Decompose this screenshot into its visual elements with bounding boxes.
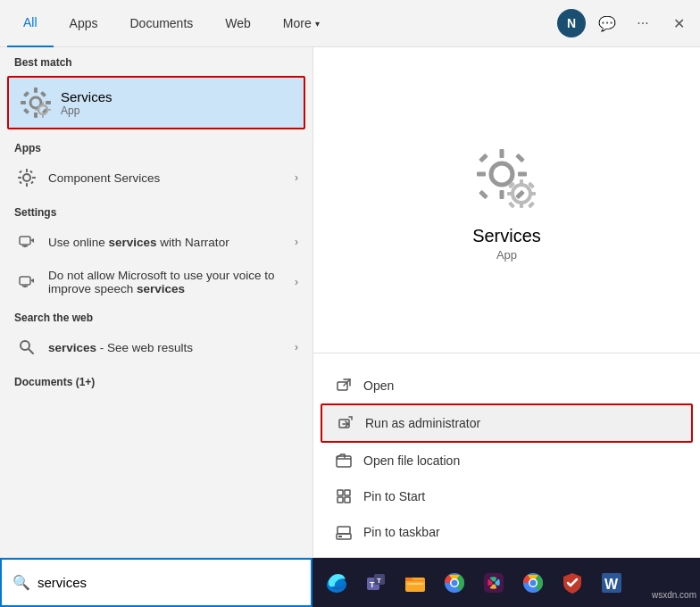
svg-rect-10 bbox=[42, 102, 44, 105]
feedback-button[interactable]: 💬 bbox=[593, 9, 621, 37]
svg-rect-48 bbox=[528, 202, 535, 209]
open-label: Open bbox=[363, 378, 394, 393]
svg-rect-11 bbox=[42, 114, 44, 118]
list-item-component-services[interactable]: Component Services › bbox=[0, 158, 312, 197]
svg-rect-62 bbox=[338, 527, 350, 534]
open-icon bbox=[335, 377, 353, 395]
taskbar-antivirus[interactable] bbox=[555, 566, 589, 600]
svg-rect-1 bbox=[34, 87, 38, 93]
action-run-as-admin[interactable]: Run as administrator bbox=[321, 403, 693, 443]
section-label-apps: Apps bbox=[0, 133, 312, 158]
list-item-narrator-services[interactable]: Use online services with Narrator › bbox=[0, 222, 312, 262]
tab-web[interactable]: Web bbox=[209, 0, 267, 47]
list-item-voice-services[interactable]: Do not allow Microsoft to use your voice… bbox=[0, 262, 312, 303]
list-item-web-search[interactable]: services - See web results › bbox=[0, 328, 312, 367]
taskbar-slack[interactable] bbox=[477, 566, 511, 600]
svg-rect-4 bbox=[46, 101, 51, 104]
svg-text:T: T bbox=[370, 580, 375, 589]
svg-rect-74 bbox=[484, 573, 504, 593]
svg-text:T: T bbox=[377, 577, 381, 585]
svg-rect-76 bbox=[488, 579, 491, 586]
svg-point-73 bbox=[452, 579, 458, 586]
tab-apps[interactable]: Apps bbox=[54, 0, 114, 47]
svg-rect-50 bbox=[508, 202, 515, 209]
bottom-bar: 🔍 T T bbox=[0, 557, 700, 607]
services-gear-icon-large bbox=[475, 147, 539, 212]
svg-rect-16 bbox=[26, 183, 28, 187]
svg-rect-55 bbox=[337, 456, 351, 467]
taskbar-word[interactable]: W bbox=[595, 566, 629, 600]
svg-point-33 bbox=[491, 163, 512, 185]
taskbar-files[interactable] bbox=[398, 566, 432, 600]
action-pin-to-start[interactable]: Pin to Start bbox=[313, 478, 700, 514]
svg-point-14 bbox=[23, 174, 30, 181]
action-open-file-location[interactable]: Open file location bbox=[313, 443, 700, 478]
more-dots-icon: ··· bbox=[637, 15, 648, 31]
user-avatar[interactable]: N bbox=[557, 9, 586, 37]
app-info-area: Services App bbox=[471, 47, 543, 345]
svg-rect-40 bbox=[515, 154, 525, 163]
svg-rect-37 bbox=[518, 172, 527, 177]
section-label-documents: Documents (1+) bbox=[0, 367, 312, 392]
close-button[interactable]: ✕ bbox=[664, 9, 693, 37]
svg-rect-8 bbox=[23, 108, 29, 114]
svg-rect-59 bbox=[345, 497, 350, 503]
svg-rect-44 bbox=[520, 201, 523, 208]
main-layout: Best match bbox=[0, 47, 700, 557]
svg-rect-22 bbox=[19, 181, 22, 185]
svg-rect-27 bbox=[20, 277, 30, 285]
left-panel: Best match bbox=[0, 47, 312, 557]
svg-rect-7 bbox=[40, 91, 46, 97]
svg-rect-5 bbox=[23, 91, 29, 97]
best-match-text: Services App bbox=[61, 89, 112, 117]
feedback-icon: 💬 bbox=[598, 15, 616, 32]
voice-label: Do not allow Microsoft to use your voice… bbox=[48, 269, 295, 295]
best-match-subtitle: App bbox=[61, 104, 112, 117]
gear-icon bbox=[20, 87, 52, 119]
best-match-services[interactable]: Services App bbox=[7, 76, 305, 129]
svg-rect-26 bbox=[24, 245, 26, 247]
action-pin-to-taskbar[interactable]: Pin to taskbar bbox=[313, 514, 700, 550]
svg-rect-20 bbox=[30, 181, 34, 185]
svg-rect-12 bbox=[35, 109, 38, 111]
taskbar-chrome2[interactable] bbox=[516, 566, 550, 600]
app-icon-large bbox=[471, 144, 543, 215]
web-search-chevron-icon: › bbox=[295, 341, 298, 353]
app-type-label: App bbox=[496, 248, 517, 262]
web-search-icon bbox=[14, 335, 39, 360]
svg-rect-36 bbox=[477, 172, 486, 177]
svg-rect-69 bbox=[407, 583, 423, 585]
search-input[interactable] bbox=[38, 575, 300, 590]
nav-right-controls: N 💬 ··· ✕ bbox=[557, 9, 693, 37]
taskbar-edge[interactable] bbox=[320, 566, 354, 600]
pin-to-taskbar-icon bbox=[335, 523, 353, 541]
open-file-location-icon bbox=[335, 452, 353, 470]
run-as-admin-icon bbox=[337, 414, 354, 432]
section-label-web: Search the web bbox=[0, 303, 312, 328]
narrator-icon bbox=[14, 229, 39, 254]
search-icon: 🔍 bbox=[12, 574, 30, 591]
tab-documents[interactable]: Documents bbox=[113, 0, 209, 47]
taskbar-chrome[interactable] bbox=[438, 566, 471, 600]
voice-icon bbox=[14, 270, 39, 295]
pin-to-start-icon bbox=[335, 487, 353, 505]
tab-more[interactable]: More ▾ bbox=[267, 0, 336, 47]
run-as-admin-label: Run as administrator bbox=[365, 416, 480, 430]
section-label-best-match: Best match bbox=[0, 47, 312, 72]
svg-rect-30 bbox=[24, 286, 26, 287]
right-panel: Services App Open bbox=[312, 47, 700, 557]
more-options-button[interactable]: ··· bbox=[629, 9, 657, 37]
svg-rect-80 bbox=[490, 577, 496, 579]
svg-rect-17 bbox=[18, 177, 21, 179]
action-open[interactable]: Open bbox=[313, 368, 700, 403]
svg-rect-19 bbox=[19, 170, 22, 174]
search-box[interactable]: 🔍 bbox=[0, 558, 312, 607]
more-label: More bbox=[283, 16, 312, 30]
pin-to-start-label: Pin to Start bbox=[363, 489, 425, 503]
svg-rect-41 bbox=[479, 190, 488, 200]
svg-rect-21 bbox=[29, 170, 33, 174]
component-services-label: Component Services bbox=[48, 171, 295, 185]
watermark: wsxdn.com bbox=[652, 590, 696, 600]
tab-all[interactable]: All bbox=[7, 0, 54, 47]
taskbar-teams[interactable]: T T bbox=[359, 566, 393, 600]
